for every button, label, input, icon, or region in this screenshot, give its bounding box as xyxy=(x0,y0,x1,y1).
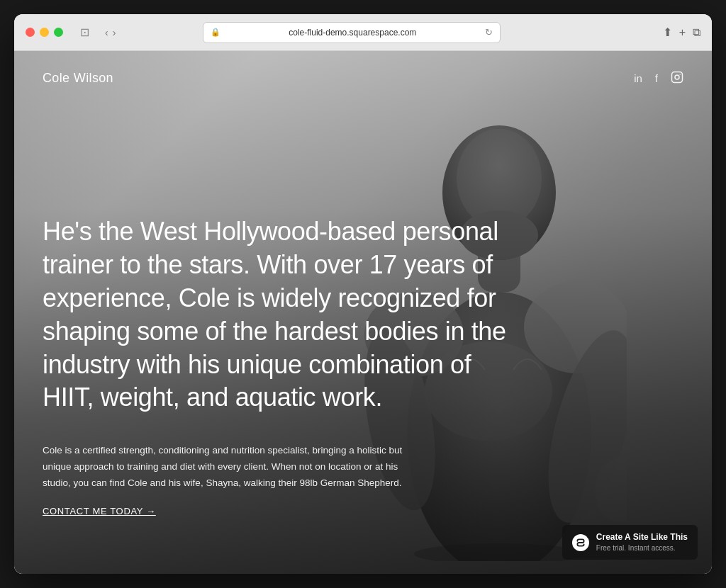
website-content: Cole Wilson in f He's the West Hollywood… xyxy=(14,51,712,574)
windows-button[interactable]: ⧉ xyxy=(693,26,700,39)
lock-icon: 🔒 xyxy=(211,28,220,37)
facebook-link[interactable]: f xyxy=(655,72,658,84)
url-text: cole-fluid-demo.squarespace.com xyxy=(225,28,481,38)
browser-controls: ⊡ xyxy=(77,24,92,40)
minimize-button[interactable] xyxy=(40,28,49,37)
traffic-lights xyxy=(26,28,63,37)
contact-cta[interactable]: CONTACT ME TODAY → xyxy=(43,506,156,516)
nav-chevrons: ‹ › xyxy=(104,26,117,40)
browser-actions: ⬆ + ⧉ xyxy=(663,26,700,39)
site-header: Cole Wilson in f xyxy=(14,51,712,106)
close-button[interactable] xyxy=(26,28,35,37)
badge-subtitle: Free trial. Instant access. xyxy=(596,543,688,553)
address-bar[interactable]: 🔒 cole-fluid-demo.squarespace.com ↻ xyxy=(203,22,501,43)
linkedin-link[interactable]: in xyxy=(634,72,642,84)
browser-window: ⊡ ‹ › 🔒 cole-fluid-demo.squarespace.com … xyxy=(14,14,712,574)
badge-text: Create A Site Like This Free trial. Inst… xyxy=(596,532,688,553)
svg-rect-12 xyxy=(672,72,683,83)
badge-title: Create A Site Like This xyxy=(596,532,688,543)
squarespace-badge[interactable]: Create A Site Like This Free trial. Inst… xyxy=(562,525,698,560)
forward-button[interactable]: › xyxy=(111,26,118,40)
hero-body: Cole is a certified strength, conditioni… xyxy=(43,443,411,492)
site-logo: Cole Wilson xyxy=(43,71,113,86)
back-button[interactable]: ‹ xyxy=(104,26,110,40)
hero-headline: He's the West Hollywood-based personal t… xyxy=(43,215,525,414)
reload-icon: ↻ xyxy=(485,27,493,38)
svg-point-14 xyxy=(679,74,681,75)
squarespace-logo xyxy=(572,534,589,551)
browser-chrome: ⊡ ‹ › 🔒 cole-fluid-demo.squarespace.com … xyxy=(14,14,712,51)
hero-content: He's the West Hollywood-based personal t… xyxy=(14,187,712,574)
new-tab-button[interactable]: + xyxy=(679,26,686,39)
share-button[interactable]: ⬆ xyxy=(663,26,672,39)
window-switcher[interactable]: ⊡ xyxy=(77,24,92,40)
social-links: in f xyxy=(634,71,683,86)
maximize-button[interactable] xyxy=(54,28,63,37)
svg-point-13 xyxy=(675,75,679,79)
instagram-link[interactable] xyxy=(671,71,683,86)
